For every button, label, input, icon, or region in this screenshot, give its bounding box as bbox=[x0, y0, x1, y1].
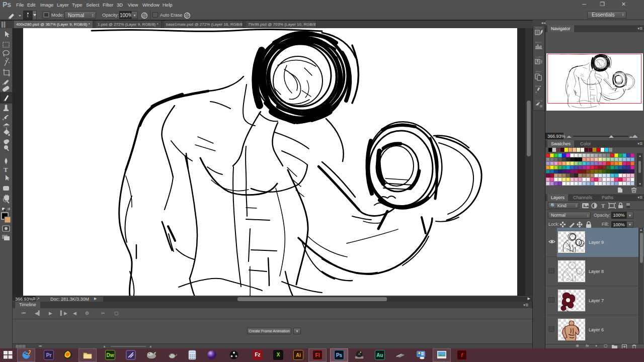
svg-text:LAYER C.: LAYER C. bbox=[535, 71, 542, 73]
svg-text:CLONE S.: CLONE S. bbox=[535, 56, 543, 58]
svg-text:HISTOG..: HISTOG.. bbox=[535, 42, 542, 44]
svg-text:TOOL PR.: TOOL PR. bbox=[535, 100, 543, 102]
svg-text:T: T bbox=[4, 166, 8, 173]
svg-text:T: T bbox=[601, 203, 605, 209]
svg-text:HISTORY: HISTORY bbox=[535, 27, 543, 29]
